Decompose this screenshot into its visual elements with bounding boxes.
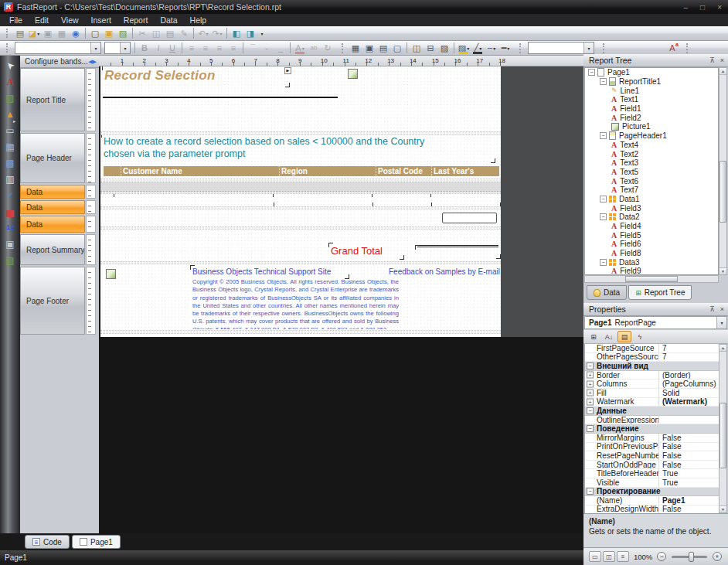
data-field-object[interactable] bbox=[433, 195, 498, 205]
tree-item-data2[interactable]: −Data2 bbox=[585, 213, 718, 222]
ole-object-tool[interactable]: ▨ bbox=[2, 253, 18, 267]
align-bottom-button[interactable]: _ bbox=[274, 42, 287, 55]
report-page[interactable]: Record Selection ▶ How to create a recor… bbox=[100, 66, 501, 337]
scrollbar-thumb[interactable] bbox=[625, 276, 679, 282]
scrollbar-thumb[interactable] bbox=[719, 403, 726, 468]
property-value[interactable]: False bbox=[659, 451, 719, 460]
property-row[interactable]: (Name)Page1 bbox=[585, 496, 719, 505]
collapse-icon[interactable]: − bbox=[587, 488, 594, 495]
property-grid[interactable]: FirstPageSource7OtherPagesSource7−Внешни… bbox=[584, 344, 719, 513]
checkbox-object-tool[interactable]: ✓ bbox=[2, 188, 18, 203]
font-size-combo[interactable]: ▾ bbox=[104, 42, 131, 54]
close-icon[interactable]: × bbox=[720, 56, 724, 64]
border-left-button[interactable]: ◫ bbox=[410, 42, 424, 55]
tree-item-picture1[interactable]: Picture1 bbox=[585, 122, 718, 131]
tree-item-text6[interactable]: AText6 bbox=[585, 176, 718, 185]
text-style-button[interactable]: Aa bbox=[665, 42, 679, 55]
open-button[interactable]: ◪▾ bbox=[27, 27, 41, 40]
band-report-summary[interactable]: Report Summary bbox=[20, 234, 85, 265]
categorized-icon[interactable]: ⊞ bbox=[587, 331, 600, 342]
tree-item-field3[interactable]: AField3 bbox=[585, 203, 718, 213]
collapse-icon[interactable]: − bbox=[587, 407, 594, 414]
property-value[interactable]: 7 bbox=[659, 353, 719, 362]
chevron-down-icon[interactable]: ▾ bbox=[206, 31, 209, 36]
scroll-down-icon[interactable]: ▼ bbox=[719, 505, 726, 512]
report-title-object[interactable]: Record Selection bbox=[104, 68, 287, 85]
style-combo[interactable]: ▾ bbox=[528, 42, 594, 54]
maximize-button[interactable]: □ bbox=[700, 3, 705, 12]
sort-az-icon[interactable]: A↓ bbox=[602, 331, 616, 342]
line-color-button[interactable]: ╱▾ bbox=[471, 42, 485, 55]
redo-button[interactable]: ↷▾ bbox=[210, 27, 224, 40]
text-object-tool[interactable]: A bbox=[2, 74, 18, 89]
facing-view-button[interactable]: ≡ bbox=[617, 551, 629, 562]
band-object-tool[interactable]: ▭ bbox=[2, 123, 18, 138]
tree-item-text5[interactable]: AText5 bbox=[585, 168, 718, 177]
pin-icon[interactable]: ⊼ bbox=[709, 305, 715, 313]
property-value[interactable]: False bbox=[659, 505, 719, 513]
picture-object-tool[interactable]: ▨ bbox=[2, 90, 18, 105]
grand-total-value-object[interactable] bbox=[417, 245, 498, 257]
border-none-button[interactable]: ▢ bbox=[390, 42, 404, 55]
property-category[interactable]: −Поведение bbox=[585, 424, 719, 434]
property-row[interactable]: Columns+(PageColumns) bbox=[585, 380, 719, 389]
tree-vertical-scrollbar[interactable]: ▲ ▼ bbox=[719, 67, 727, 275]
line-object[interactable] bbox=[103, 97, 338, 98]
band-page-header[interactable]: Page Header bbox=[20, 133, 85, 183]
pin-icon[interactable]: ⊼ bbox=[709, 56, 715, 64]
collapse-icon[interactable]: − bbox=[600, 78, 607, 85]
bold-button[interactable]: B bbox=[138, 42, 151, 55]
property-row[interactable]: MirrorMarginsFalse bbox=[585, 434, 719, 443]
property-row[interactable]: TitleBeforeHeaderTrue bbox=[585, 469, 719, 478]
chart-object-tool[interactable]: ▅ bbox=[2, 204, 18, 219]
expand-icon[interactable]: + bbox=[587, 390, 594, 397]
rotate-button[interactable]: ↻ bbox=[321, 42, 335, 55]
tree-item-text1[interactable]: AText1 bbox=[585, 95, 718, 104]
zoom-slider[interactable] bbox=[672, 556, 707, 558]
collapse-icon[interactable]: − bbox=[600, 196, 607, 203]
tab-data[interactable]: Data bbox=[587, 285, 627, 300]
tree-item-field6[interactable]: AField6 bbox=[585, 240, 718, 249]
data-field-object[interactable] bbox=[116, 195, 272, 205]
collapse-icon[interactable]: − bbox=[600, 259, 607, 266]
subtotal-field-object[interactable] bbox=[442, 213, 497, 223]
line-width-button[interactable]: ━▾ bbox=[498, 42, 512, 55]
data-field-object[interactable] bbox=[275, 195, 371, 205]
group-button[interactable]: ◧ bbox=[230, 27, 243, 40]
property-row[interactable]: ExtraDesignWidthFalse bbox=[585, 505, 719, 513]
border-all-button[interactable]: ▦ bbox=[349, 42, 362, 55]
new-page-button[interactable]: ▢ bbox=[88, 27, 102, 40]
property-row[interactable]: PrintOnPreviousPageFalse bbox=[585, 443, 719, 452]
footer-picture-object[interactable] bbox=[106, 269, 116, 279]
align-justify-button[interactable]: ≡ bbox=[226, 42, 240, 55]
format-painter-button[interactable]: ✎ bbox=[177, 27, 191, 40]
feedback-link-object[interactable]: Feedback on Samples by E-mail bbox=[389, 267, 501, 277]
chevron-down-icon[interactable]: ▾ bbox=[120, 43, 130, 53]
band-report-title[interactable]: Report Title bbox=[20, 68, 85, 131]
zoom-out-button[interactable]: − bbox=[657, 552, 666, 561]
minimize-button[interactable]: – bbox=[684, 3, 689, 12]
report-tree[interactable]: −Page1−ReportTitle1✎Line1AText1AField1AF… bbox=[584, 67, 719, 275]
property-value[interactable]: (PageColumns) bbox=[659, 380, 719, 388]
italic-button[interactable]: I bbox=[151, 42, 165, 55]
menu-data[interactable]: Data bbox=[154, 15, 183, 26]
property-row[interactable]: ResetPageNumberFalse bbox=[585, 451, 719, 461]
expand-icon[interactable]: + bbox=[587, 380, 594, 387]
expand-button[interactable]: ▶ bbox=[284, 67, 291, 74]
column-header-bar[interactable]: Customer NameRegionPostal CodeLast Year'… bbox=[104, 166, 499, 176]
zoom-slider-thumb[interactable] bbox=[689, 552, 694, 562]
menu-help[interactable]: Help bbox=[184, 15, 213, 26]
align-center-button[interactable]: ≡ bbox=[199, 42, 213, 55]
doc-tab-code[interactable]: ≣Code bbox=[25, 535, 70, 549]
menu-report[interactable]: Report bbox=[117, 15, 155, 26]
chevron-down-icon[interactable]: ▾ bbox=[37, 31, 39, 36]
chevron-down-icon[interactable]: ▾ bbox=[467, 46, 469, 51]
text-color-button[interactable]: A▾ bbox=[293, 42, 307, 55]
property-category[interactable]: −Проектирование bbox=[585, 488, 719, 497]
data-row-shading-object[interactable] bbox=[100, 182, 501, 192]
band-data[interactable]: Data bbox=[20, 200, 85, 214]
scrollbar-thumb[interactable] bbox=[719, 161, 726, 223]
continuous-view-button[interactable]: ◫ bbox=[603, 551, 615, 562]
support-link-object[interactable]: Business Objects Technical Support Site bbox=[192, 267, 347, 277]
object-selector-combo[interactable]: Page1 ReportPage ▾ bbox=[584, 316, 727, 329]
